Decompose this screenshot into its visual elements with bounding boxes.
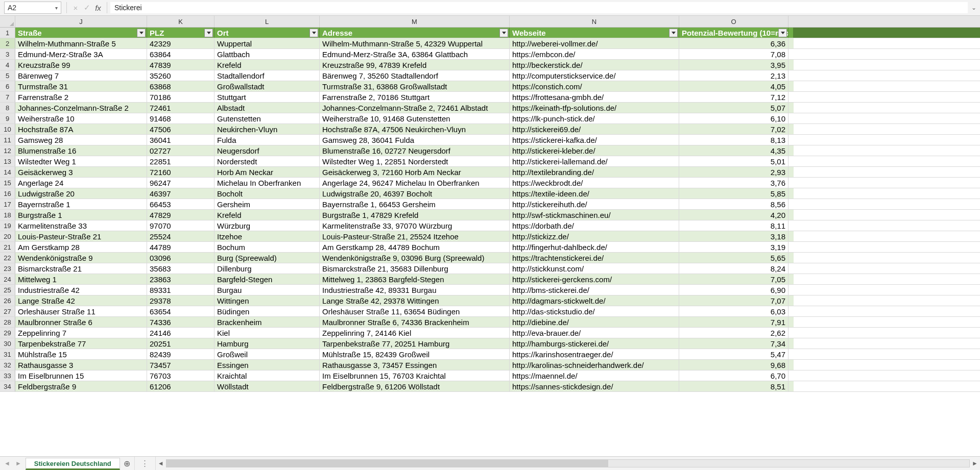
cell[interactable]: Farrenstraße 2, 70186 Stuttgart xyxy=(320,92,510,102)
filter-dropdown-button[interactable] xyxy=(137,29,146,37)
cell[interactable]: 7,05 xyxy=(679,274,788,284)
cell[interactable]: https://frottesana-gmbh.de/ xyxy=(510,92,679,102)
cell[interactable]: Lange Straße 42 xyxy=(15,295,147,306)
cell[interactable]: 6,36 xyxy=(679,38,788,48)
row-number[interactable]: 20 xyxy=(0,231,15,241)
cancel-entry-button[interactable]: × xyxy=(70,4,81,12)
filter-dropdown-button[interactable] xyxy=(778,29,787,37)
cell[interactable]: 47829 xyxy=(147,210,214,220)
cell[interactable]: Hochstraße 87A, 47506 Neukirchen-Vluyn xyxy=(320,124,510,134)
cell[interactable]: http://textilebranding.de/ xyxy=(510,167,679,177)
cell[interactable]: http://stickizz.de/ xyxy=(510,231,679,241)
cell[interactable]: 7,12 xyxy=(679,92,788,102)
cell[interactable]: http://stickkunst.com/ xyxy=(510,263,679,274)
cell[interactable]: http://stickerei-gerckens.com/ xyxy=(510,274,679,284)
cell[interactable]: Stadtallendorf xyxy=(214,70,320,81)
row-number[interactable]: 2 xyxy=(0,38,15,48)
cell[interactable]: Würzburg xyxy=(214,220,320,231)
cell[interactable]: 5,47 xyxy=(679,349,788,359)
cell[interactable]: Michelau In Oberfranken xyxy=(214,178,320,188)
cell[interactable]: Edmund-Merz-Straße 3A, 63864 Glattbach xyxy=(320,49,510,59)
cell[interactable]: Großweil xyxy=(214,349,320,359)
cell[interactable]: Karmelitenstraße 33 xyxy=(15,220,147,231)
horizontal-scrollbar[interactable]: ◄ ► xyxy=(155,457,980,470)
cell[interactable]: Burg (Spreewald) xyxy=(214,253,320,263)
cell[interactable]: 6,90 xyxy=(679,285,788,295)
cell[interactable]: http://fingerhut-dahlbeck.de/ xyxy=(510,242,679,252)
cell[interactable]: Albstadt xyxy=(214,103,320,113)
cell[interactable]: 5,65 xyxy=(679,253,788,263)
cell[interactable]: 3,76 xyxy=(679,178,788,188)
cell[interactable]: 91468 xyxy=(147,113,214,123)
cell[interactable]: 96247 xyxy=(147,178,214,188)
row-number[interactable]: 28 xyxy=(0,317,15,327)
cell[interactable]: http://computerstickservice.de/ xyxy=(510,70,679,81)
cell[interactable]: Norderstedt xyxy=(214,156,320,166)
column-header-L[interactable]: L xyxy=(214,16,320,27)
cell[interactable]: https://constich.com/ xyxy=(510,81,679,91)
scroll-right-button[interactable]: ► xyxy=(970,460,980,467)
cell[interactable]: Tarpenbekstraße 77 xyxy=(15,338,147,349)
cell[interactable]: Weiherstraße 10, 91468 Gutenstetten xyxy=(320,113,510,123)
cell[interactable]: 36041 xyxy=(147,135,214,145)
name-box[interactable]: A2 ▾ xyxy=(4,2,61,14)
cell[interactable]: https://embcon.de/ xyxy=(510,49,679,59)
column-header-J[interactable]: J xyxy=(15,16,147,27)
cell[interactable]: 72461 xyxy=(147,103,214,113)
filter-dropdown-button[interactable] xyxy=(204,29,213,37)
column-header-N[interactable]: N xyxy=(510,16,679,27)
cell[interactable]: Hochstraße 87A xyxy=(15,124,147,134)
cell[interactable]: Weiherstraße 10 xyxy=(15,113,147,123)
cell[interactable]: 7,91 xyxy=(679,317,788,327)
cell[interactable]: Maulbronner Straße 6 xyxy=(15,317,147,327)
cell[interactable]: 20251 xyxy=(147,338,214,349)
cell[interactable]: 73457 xyxy=(147,360,214,370)
cell[interactable]: 46397 xyxy=(147,188,214,199)
cell[interactable]: 03096 xyxy=(147,253,214,263)
cell[interactable]: http://weberei-vollmer.de/ xyxy=(510,38,679,48)
row-number[interactable]: 17 xyxy=(0,199,15,209)
cell[interactable]: 47839 xyxy=(147,60,214,70)
cell[interactable]: Gamsweg 28, 36041 Fulda xyxy=(320,135,510,145)
confirm-entry-button[interactable]: ✓ xyxy=(81,3,92,12)
cell[interactable]: http://stickereihuth.de/ xyxy=(510,199,679,209)
cell[interactable]: Orleshäuser Straße 11, 63654 Büdingen xyxy=(320,306,510,316)
cell[interactable]: 4,20 xyxy=(679,210,788,220)
filter-dropdown-button[interactable] xyxy=(669,29,678,37)
cell[interactable]: Glattbach xyxy=(214,49,320,59)
cell[interactable]: Edmund-Merz-Straße 3A xyxy=(15,49,147,59)
cell[interactable]: http://stickerei-lallemand.de/ xyxy=(510,156,679,166)
row-number[interactable]: 22 xyxy=(0,253,15,263)
cell[interactable]: http://diebine.de/ xyxy=(510,317,679,327)
cell[interactable]: http://karolinas-schneiderhandwerk.de/ xyxy=(510,360,679,370)
cell[interactable]: Neukirchen-Vluyn xyxy=(214,124,320,134)
cell[interactable]: Maulbronner Straße 6, 74336 Brackenheim xyxy=(320,317,510,327)
expand-formula-bar-button[interactable]: ⌄ xyxy=(968,4,980,11)
cell[interactable]: 44789 xyxy=(147,242,214,252)
cell[interactable]: http://dagmars-stickwelt.de/ xyxy=(510,295,679,306)
row-number[interactable]: 15 xyxy=(0,178,15,188)
cell[interactable]: Burgstraße 1, 47829 Krefeld xyxy=(320,210,510,220)
table-header-cell[interactable]: Adresse xyxy=(320,28,510,38)
cell[interactable]: https://sannes-stickdesign.de/ xyxy=(510,381,679,391)
cell[interactable]: http://stickerei-kleber.de/ xyxy=(510,145,679,156)
scroll-thumb[interactable] xyxy=(166,460,608,467)
row-number[interactable]: 11 xyxy=(0,135,15,145)
row-number[interactable]: 33 xyxy=(0,370,15,381)
row-number[interactable]: 6 xyxy=(0,81,15,91)
row-number[interactable]: 21 xyxy=(0,242,15,252)
cell[interactable]: https://trachtenstickerei.de/ xyxy=(510,253,679,263)
cell[interactable]: Blumenstraße 16, 02727 Neugersdorf xyxy=(320,145,510,156)
cell[interactable]: https://keinath-tfp-solutions.de/ xyxy=(510,103,679,113)
cell[interactable]: Im Eiselbrunnen 15, 76703 Kraichtal xyxy=(320,370,510,381)
row-number[interactable]: 29 xyxy=(0,328,15,338)
cell[interactable]: 66453 xyxy=(147,199,214,209)
cell[interactable]: Zeppelinring 7, 24146 Kiel xyxy=(320,328,510,338)
cell[interactable]: Neugersdorf xyxy=(214,145,320,156)
cell[interactable]: 63864 xyxy=(147,49,214,59)
cell[interactable]: Gersheim xyxy=(214,199,320,209)
cell[interactable]: Angerlage 24 xyxy=(15,178,147,188)
cell[interactable]: 97070 xyxy=(147,220,214,231)
cell[interactable]: Bismarckstraße 21, 35683 Dillenburg xyxy=(320,263,510,274)
row-number[interactable]: 7 xyxy=(0,92,15,102)
